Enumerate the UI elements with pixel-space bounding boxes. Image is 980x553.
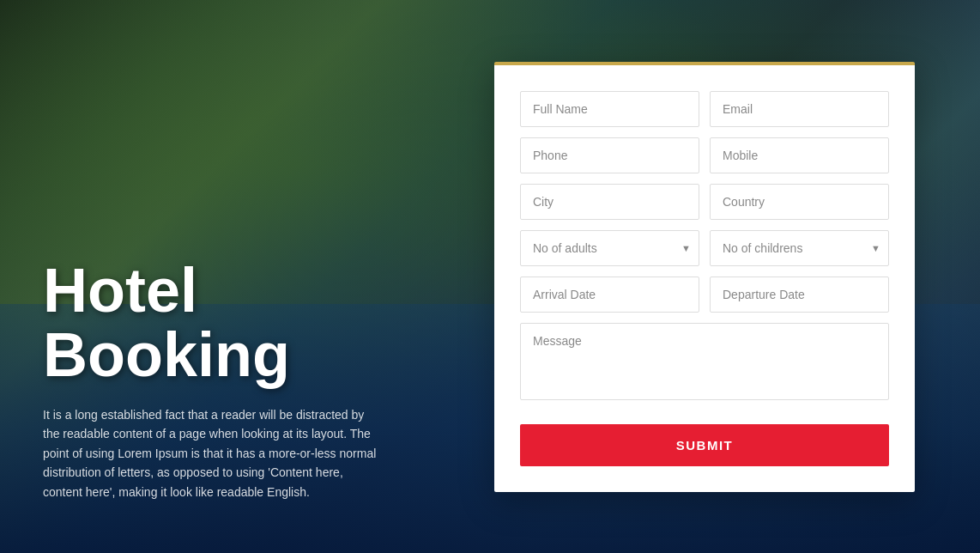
mobile-field [710, 137, 889, 173]
arrival-date-input[interactable] [520, 276, 699, 313]
email-input[interactable] [710, 91, 889, 127]
page-title: Hotel Booking [43, 258, 412, 388]
email-field [710, 91, 889, 127]
city-field [520, 184, 699, 220]
form-row-4: No of adults 1 2 3 4 5 6+ No of children… [520, 230, 889, 266]
childrens-field: No of childrens 0 1 2 3 4 5+ [710, 230, 889, 266]
country-field [710, 184, 889, 220]
full-name-input[interactable] [520, 91, 699, 127]
message-textarea[interactable] [520, 323, 889, 400]
arrival-date-field [520, 276, 699, 313]
mobile-input[interactable] [710, 137, 889, 173]
form-row-6 [520, 323, 889, 404]
form-row-1 [520, 91, 889, 127]
form-row-5 [520, 276, 889, 313]
city-input[interactable] [520, 184, 699, 220]
adults-field: No of adults 1 2 3 4 5 6+ [520, 230, 699, 266]
country-input[interactable] [710, 184, 889, 220]
submit-button[interactable]: SUBMIT [520, 424, 889, 466]
booking-form: No of adults 1 2 3 4 5 6+ No of children… [494, 62, 915, 492]
departure-date-field [710, 276, 889, 313]
phone-field [520, 137, 699, 173]
form-row-2 [520, 137, 889, 173]
full-name-field [520, 91, 699, 127]
adults-select[interactable]: No of adults 1 2 3 4 5 6+ [520, 230, 699, 266]
form-row-3 [520, 184, 889, 220]
phone-input[interactable] [520, 137, 699, 173]
message-field [520, 323, 889, 404]
page-description: It is a long established fact that a rea… [43, 405, 378, 501]
childrens-select[interactable]: No of childrens 0 1 2 3 4 5+ [710, 230, 889, 266]
departure-date-input[interactable] [710, 276, 889, 313]
